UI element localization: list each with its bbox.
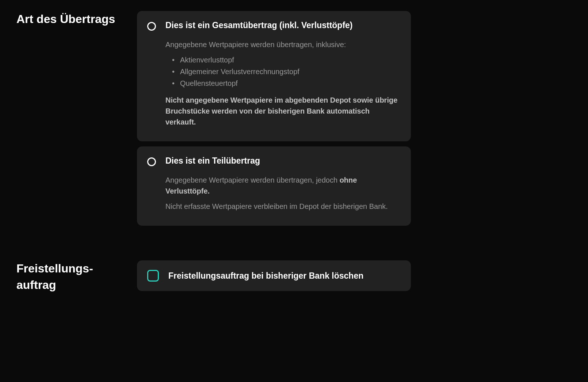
radio-full-transfer-row[interactable]: Dies ist ein Gesamtübertrag (inkl. Verlu… (147, 20, 401, 132)
radio-icon[interactable] (147, 22, 156, 31)
exemption-heading: Freistellungs­auftrag (16, 260, 126, 293)
option-full-transfer-title: Dies ist ein Gesamtübertrag (inkl. Verlu… (165, 20, 401, 30)
option-full-transfer-content: Dies ist ein Gesamtübertrag (inkl. Verlu… (165, 20, 401, 132)
option-partial-transfer-title: Dies ist ein Teilübertrag (165, 156, 401, 166)
transfer-type-options: Dies ist ein Gesamtübertrag (inkl. Verlu… (137, 11, 411, 226)
radio-icon[interactable] (147, 157, 156, 166)
checkbox-icon[interactable] (147, 270, 159, 282)
option-full-transfer-notice: Nicht angegebene Wertpapiere im abgebend… (165, 95, 401, 127)
transfer-type-heading: Art des Übertrags (16, 11, 126, 226)
option-full-transfer-list: Aktienverlusttopf Allgemeiner Verlustver… (165, 54, 401, 89)
list-item: Allgemeiner Verlustverrechnungstopf (180, 66, 401, 77)
option-partial-transfer-content: Dies ist ein Teilübertrag Angegebene Wer… (165, 156, 401, 216)
exemption-card[interactable]: Freistellungsauftrag bei bisheriger Bank… (137, 260, 411, 291)
option-full-transfer-description: Angegebene Wertpapiere werden übertragen… (165, 39, 401, 127)
option-partial-transfer-line1: Angegebene Wertpapiere werden übertragen… (165, 175, 401, 196)
option-full-transfer-intro: Angegebene Wertpapiere werden übertragen… (165, 39, 401, 50)
exemption-content: Freistellungsauftrag bei bisheriger Bank… (137, 260, 411, 293)
option-partial-transfer-description: Angegebene Wertpapiere werden übertragen… (165, 175, 401, 212)
checkbox-delete-exemption-label: Freistellungsauftrag bei bisheriger Bank… (168, 271, 363, 281)
option-full-transfer[interactable]: Dies ist ein Gesamtübertrag (inkl. Verlu… (137, 11, 411, 141)
transfer-type-section: Art des Übertrags Dies ist ein Gesamtübe… (16, 11, 572, 226)
list-item: Aktienverlusttopf (180, 54, 401, 65)
exemption-section: Freistellungs­auftrag Freistellungsauftr… (16, 260, 572, 293)
list-item: Quellensteuertopf (180, 78, 401, 89)
option-partial-transfer[interactable]: Dies ist ein Teilübertrag Angegebene Wer… (137, 146, 411, 226)
option-partial-transfer-line2: Nicht erfasste Wertpapiere verbleiben im… (165, 201, 401, 212)
checkbox-delete-exemption[interactable]: Freistellungsauftrag bei bisheriger Bank… (147, 270, 401, 282)
radio-partial-transfer-row[interactable]: Dies ist ein Teilübertrag Angegebene Wer… (147, 156, 401, 216)
